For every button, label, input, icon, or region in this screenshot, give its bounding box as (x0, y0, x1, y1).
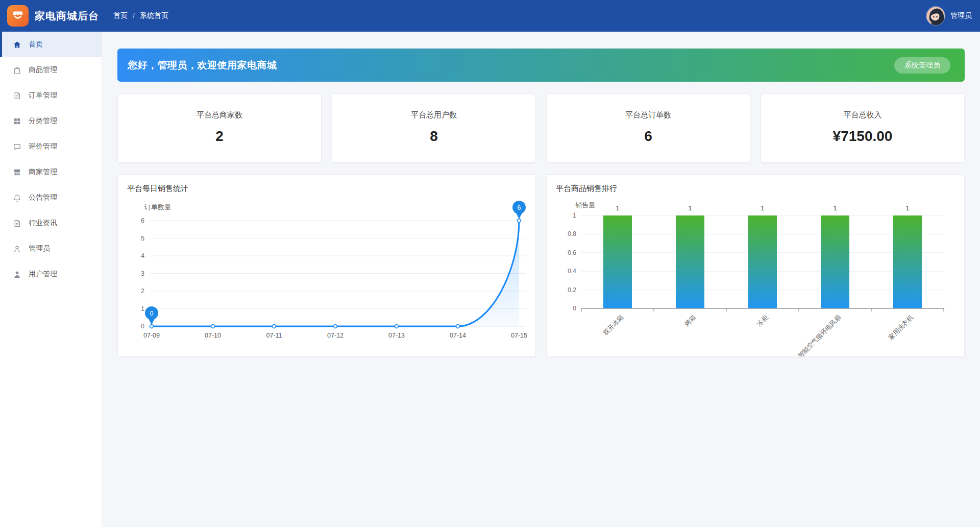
sidebar-item-label: 商家管理 (29, 167, 57, 177)
sidebar-item-label: 评价管理 (29, 142, 57, 151)
order-doc-icon (12, 91, 21, 100)
svg-text:0.2: 0.2 (568, 286, 576, 294)
svg-text:烤箱: 烤箱 (683, 314, 697, 328)
svg-text:07-11: 07-11 (266, 332, 282, 339)
header-user-name[interactable]: 管理员 (950, 11, 972, 20)
svg-text:1: 1 (761, 204, 765, 212)
line-chart-canvas[interactable]: 0123456订单数量 07-0907-1007-1107-1207-1307-… (127, 196, 526, 344)
svg-text:5: 5 (141, 235, 144, 242)
charts-row: 平台每日销售统计 0123456订单数量 07-0907-1007-1107-1… (117, 174, 965, 357)
sidebar-item-products[interactable]: 商品管理 (0, 57, 102, 83)
role-badge: 系统管理员 (894, 57, 950, 74)
sidebar-item-home[interactable]: 首页 (0, 32, 102, 57)
sidebar-item-users[interactable]: 用户管理 (0, 261, 102, 287)
svg-text:07-15: 07-15 (511, 332, 527, 339)
stat-card-merchants: 平台总商家数 2 (117, 93, 322, 163)
stat-value: 2 (215, 128, 224, 145)
bar-chart-canvas[interactable]: 00.20.40.60.81销售量11111双开冰箱烤箱冷柜智能空气循环电风扇家… (556, 196, 955, 355)
svg-text:双开冰箱: 双开冰箱 (602, 314, 625, 337)
svg-text:1: 1 (833, 204, 837, 212)
breadcrumb-home[interactable]: 首页 (113, 11, 128, 20)
stat-value: ¥7150.00 (833, 128, 893, 145)
sidebar-item-label: 首页 (29, 40, 43, 49)
svg-text:6: 6 (518, 204, 521, 211)
stat-card-revenue: 平台总收入 ¥7150.00 (761, 93, 965, 163)
stat-card-orders: 平台总订单数 6 (546, 93, 750, 163)
top-header: 家电商城后台 首页 / 系统首页 管理员 (0, 0, 980, 32)
chart-title: 平台每日销售统计 (127, 184, 526, 194)
stat-label: 平台总收入 (844, 110, 882, 120)
sidebar-item-orders[interactable]: 订单管理 (0, 83, 102, 108)
comment-icon (12, 142, 21, 151)
breadcrumb-separator: / (133, 12, 135, 20)
svg-text:0: 0 (141, 323, 144, 330)
svg-text:1: 1 (616, 204, 620, 212)
svg-text:1: 1 (141, 305, 144, 313)
svg-text:07-12: 07-12 (327, 332, 344, 339)
sidebar-item-label: 订单管理 (29, 91, 57, 100)
stat-label: 平台总商家数 (197, 110, 242, 120)
svg-text:冷柜: 冷柜 (756, 314, 770, 328)
chart-title: 平台商品销售排行 (556, 184, 955, 194)
bag-icon (12, 65, 21, 75)
svg-text:销售量: 销售量 (575, 201, 595, 209)
svg-text:07-13: 07-13 (388, 332, 405, 339)
stat-value: 8 (430, 128, 438, 145)
svg-text:1: 1 (688, 204, 692, 212)
svg-text:0: 0 (150, 310, 154, 317)
svg-text:3: 3 (141, 270, 144, 277)
home-icon (12, 40, 21, 49)
product-sales-bar-chart: 平台商品销售排行 00.20.40.60.81销售量11111双开冰箱烤箱冷柜智… (546, 174, 965, 357)
svg-text:0.8: 0.8 (568, 230, 576, 237)
svg-text:07-10: 07-10 (205, 332, 221, 339)
app-title: 家电商城后台 (35, 9, 99, 23)
sidebar-item-label: 公告管理 (29, 193, 57, 202)
main-content: 您好，管理员，欢迎使用家电商城 系统管理员 平台总商家数 2 平台总用户数 8 … (102, 32, 980, 527)
svg-text:智能空气循环电风扇: 智能空气循环电风扇 (797, 314, 842, 357)
sidebar-item-reviews[interactable]: 评价管理 (0, 134, 102, 159)
breadcrumb-current[interactable]: 系统首页 (140, 11, 168, 20)
user-avatar[interactable] (926, 6, 945, 26)
sidebar-item-label: 行业资讯 (29, 219, 57, 228)
stat-label: 平台总用户数 (411, 110, 457, 120)
sidebar-item-announcements[interactable]: 公告管理 (0, 185, 102, 210)
breadcrumb: 首页 / 系统首页 (113, 11, 168, 20)
svg-text:0.6: 0.6 (568, 249, 576, 256)
welcome-message: 您好，管理员，欢迎使用家电商城 (128, 59, 277, 72)
sidebar-item-categories[interactable]: 分类管理 (0, 108, 102, 134)
grid-icon (12, 116, 21, 126)
stat-value: 6 (644, 128, 652, 145)
sidebar-item-industry-news[interactable]: 行业资讯 (0, 210, 102, 236)
app-logo-icon (7, 5, 29, 27)
welcome-banner: 您好，管理员，欢迎使用家电商城 系统管理员 (117, 49, 965, 82)
sidebar-item-label: 用户管理 (29, 270, 57, 279)
stat-card-users: 平台总用户数 8 (332, 93, 536, 163)
svg-text:0: 0 (573, 305, 576, 312)
svg-text:1: 1 (573, 212, 576, 219)
sidebar-nav: 首页 商品管理 订单管理 分类管理 评价管理 商家管理 公告管理 (0, 32, 102, 527)
sidebar-item-merchants[interactable]: 商家管理 (0, 159, 102, 185)
svg-text:家用洗衣机: 家用洗衣机 (887, 314, 915, 341)
svg-text:6: 6 (141, 217, 144, 224)
svg-text:订单数量: 订单数量 (144, 203, 171, 211)
bell-icon (12, 193, 21, 202)
svg-text:4: 4 (141, 252, 144, 259)
svg-text:2: 2 (141, 288, 144, 295)
daily-sales-line-chart: 平台每日销售统计 0123456订单数量 07-0907-1007-1107-1… (117, 174, 536, 357)
svg-text:07-09: 07-09 (143, 332, 160, 339)
svg-text:07-14: 07-14 (450, 332, 466, 339)
stats-row: 平台总商家数 2 平台总用户数 8 平台总订单数 6 平台总收入 ¥7150.0… (117, 93, 965, 163)
admin-icon (12, 244, 21, 253)
sidebar-item-label: 分类管理 (29, 116, 57, 126)
stat-label: 平台总订单数 (625, 110, 671, 120)
svg-text:1: 1 (905, 204, 910, 212)
sidebar-item-admins[interactable]: 管理员 (0, 236, 102, 261)
sidebar-item-label: 商品管理 (29, 65, 57, 75)
news-doc-icon (12, 219, 21, 228)
user-icon (12, 270, 21, 279)
store-icon (12, 167, 21, 177)
svg-text:0.4: 0.4 (568, 268, 576, 275)
sidebar-item-label: 管理员 (29, 244, 50, 253)
